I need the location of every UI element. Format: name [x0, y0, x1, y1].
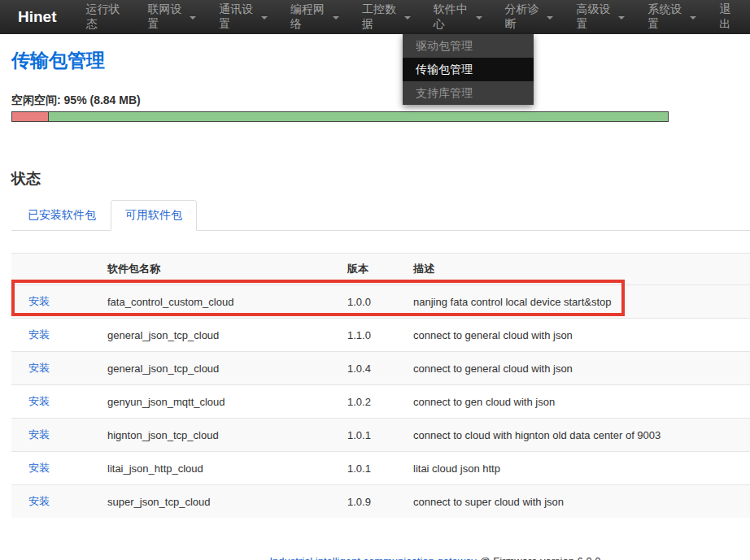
nav-item[interactable]: 系统设置	[636, 0, 708, 34]
nav-item-label: 工控数据	[362, 2, 399, 32]
header-package-name: 软件包名称	[101, 254, 341, 285]
table-row: 安装 general_json_tcp_cloud 1.1.0 connect …	[11, 319, 750, 352]
dropdown-item[interactable]: 驱动包管理	[403, 34, 534, 58]
description-cell: nanjing fata control local device start&…	[407, 285, 750, 319]
storage-progressbar	[11, 111, 669, 122]
caret-down-icon	[618, 16, 625, 20]
description-cell: litai cloud json http	[407, 452, 750, 485]
header-row: 软件包名称 版本 描述	[11, 254, 750, 285]
package-name-cell: litai_json_http_cloud	[101, 452, 341, 485]
tab[interactable]: 可用软件包	[111, 200, 197, 231]
version-cell: 1.0.9	[341, 485, 407, 519]
table-row: 安装 litai_json_http_cloud 1.0.1 litai clo…	[11, 452, 750, 485]
nav-item-label: 高级设置	[576, 2, 613, 32]
caret-down-icon	[404, 16, 411, 20]
footer-gateway-link[interactable]: Industrial intelligent communication gat…	[270, 555, 477, 560]
header-description: 描述	[407, 254, 750, 285]
dropdown-item-label: 支持库管理	[416, 86, 473, 99]
install-link[interactable]: 安装	[28, 295, 50, 307]
install-link[interactable]: 安装	[28, 395, 50, 407]
package-name-cell: genyun_json_mqtt_cloud	[101, 385, 341, 419]
table-row: 安装 general_json_tcp_cloud 1.0.4 connect …	[11, 352, 750, 385]
install-link[interactable]: 安装	[28, 428, 50, 441]
table-row: 安装 super_json_tcp_cloud 1.0.9 connect to…	[11, 485, 750, 519]
nav-item[interactable]: 运行状态	[75, 0, 137, 34]
package-name-cell: super_json_tcp_cloud	[101, 485, 341, 519]
description-cell: connect to cloud with hignton old data c…	[407, 419, 750, 452]
install-link[interactable]: 安装	[28, 462, 50, 474]
dropdown-item-label: 传输包管理	[416, 63, 473, 76]
packages-table: 软件包名称 版本 描述 安装 fata_control_custom_cloud…	[11, 253, 750, 518]
packages-table-wrap: 软件包名称 版本 描述 安装 fata_control_custom_cloud…	[11, 253, 750, 518]
caret-down-icon	[190, 16, 196, 20]
main-nav: 运行状态 联网设置 通讯设置 编程网络 工控数据	[75, 0, 750, 34]
status-heading: 状态	[11, 169, 750, 189]
nav-item-label: 联网设置	[147, 2, 185, 32]
free-space-label: 空闲空间:	[11, 93, 61, 106]
description-cell: connect to general cloud with json	[407, 319, 750, 352]
description-cell: connect to gen cloud with json	[407, 385, 750, 419]
software-center-dropdown: 驱动包管理 传输包管理 支持库管理	[403, 34, 534, 105]
caret-down-icon	[547, 16, 553, 20]
footer-firmware-text: @ Firmware version 6.0.0	[477, 555, 601, 560]
table-row: 安装 genyun_json_mqtt_cloud 1.0.2 connect …	[11, 385, 750, 419]
version-cell: 1.0.1	[341, 452, 407, 485]
nav-item[interactable]: 工控数据	[351, 0, 422, 34]
version-cell: 1.0.4	[341, 352, 407, 385]
packages-table-body: 安装 fata_control_custom_cloud 1.0.0 nanji…	[11, 285, 750, 519]
nav-item-label: 软件中心	[434, 2, 471, 32]
nav-item[interactable]: 软件中心	[422, 0, 494, 34]
action-cell: 安装	[11, 485, 101, 519]
packages-table-head: 软件包名称 版本 描述	[11, 254, 750, 285]
nav-item[interactable]: 退出	[708, 0, 750, 34]
page-title: 传输包管理	[11, 48, 750, 73]
nav-item-label: 分析诊断	[505, 2, 543, 32]
action-cell: 安装	[11, 352, 101, 385]
table-row: 安装 hignton_json_tcp_cloud 1.0.1 connect …	[11, 419, 750, 452]
nav-item[interactable]: 联网设置	[136, 0, 207, 34]
header-version: 版本	[341, 254, 407, 285]
action-cell: 安装	[11, 285, 101, 319]
nav-item[interactable]: 高级设置	[565, 0, 636, 34]
nav-item[interactable]: 编程网络	[279, 0, 351, 34]
nav-item-label: 运行状态	[86, 2, 125, 32]
header-action	[11, 254, 101, 285]
free-space-line: 空闲空间: 95% (8.84 MB)	[11, 93, 750, 108]
action-cell: 安装	[11, 419, 101, 452]
page-container: 传输包管理 空闲空间: 95% (8.84 MB) 状态 已安装软件包 可用软件…	[11, 48, 750, 560]
nav-item[interactable]: 通讯设置	[207, 0, 279, 34]
package-name-cell: hignton_json_tcp_cloud	[101, 419, 341, 452]
install-link[interactable]: 安装	[28, 495, 50, 507]
tab-label: 可用软件包	[125, 208, 182, 221]
package-name-cell: fata_control_custom_cloud	[101, 285, 341, 319]
nav-item-label: 编程网络	[290, 2, 328, 32]
caret-down-icon	[261, 16, 268, 20]
version-cell: 1.1.0	[341, 319, 407, 352]
dropdown-item-label: 驱动包管理	[416, 39, 473, 52]
caret-down-icon	[476, 16, 482, 20]
storage-used-segment	[12, 112, 49, 121]
package-name-cell: general_json_tcp_cloud	[101, 319, 341, 352]
action-cell: 安装	[11, 385, 101, 419]
free-space-value: 95% (8.84 MB)	[64, 93, 141, 106]
nav-item-label: 系统设置	[648, 2, 685, 32]
tab[interactable]: 已安装软件包	[13, 200, 111, 231]
caret-down-icon	[690, 16, 696, 20]
storage-free-segment	[49, 112, 668, 121]
tab-label: 已安装软件包	[28, 208, 96, 221]
dropdown-item[interactable]: 支持库管理	[403, 81, 534, 105]
nav-item-label: 通讯设置	[219, 2, 256, 32]
navbar: Hinet 运行状态 联网设置 通讯设置 编程网络 工控数据	[0, 0, 750, 34]
caret-down-icon	[333, 16, 339, 20]
table-row: 安装 fata_control_custom_cloud 1.0.0 nanji…	[11, 285, 750, 319]
install-link[interactable]: 安装	[28, 362, 50, 374]
version-cell: 1.0.1	[341, 419, 407, 452]
dropdown-item[interactable]: 传输包管理	[403, 58, 534, 81]
action-cell: 安装	[11, 319, 101, 352]
nav-item[interactable]: 分析诊断	[494, 0, 565, 34]
package-name-cell: general_json_tcp_cloud	[101, 352, 341, 385]
nav-item-label: 退出	[719, 2, 739, 32]
brand-logo[interactable]: Hinet	[18, 8, 57, 26]
install-link[interactable]: 安装	[28, 328, 50, 341]
version-cell: 1.0.0	[341, 285, 407, 319]
